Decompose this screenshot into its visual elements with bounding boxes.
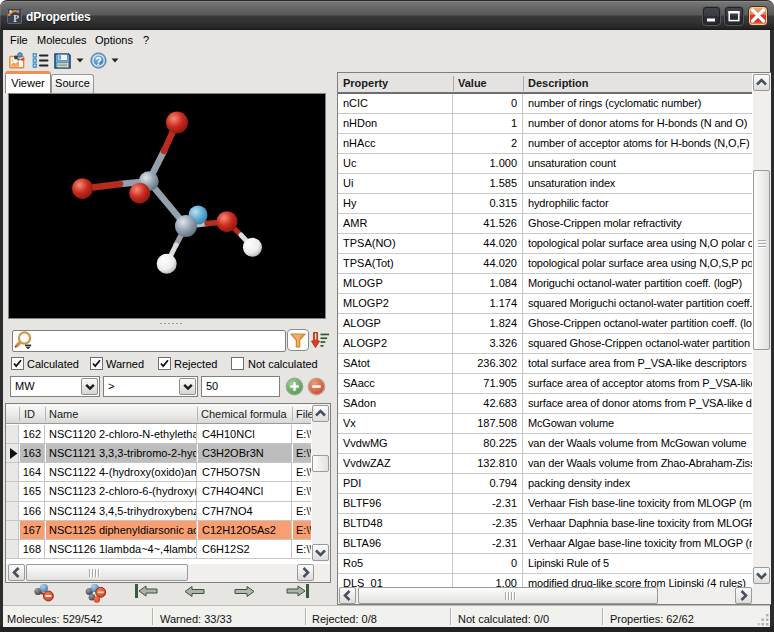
svg-text:?: ?	[95, 55, 101, 67]
svg-text:P: P	[13, 14, 19, 24]
